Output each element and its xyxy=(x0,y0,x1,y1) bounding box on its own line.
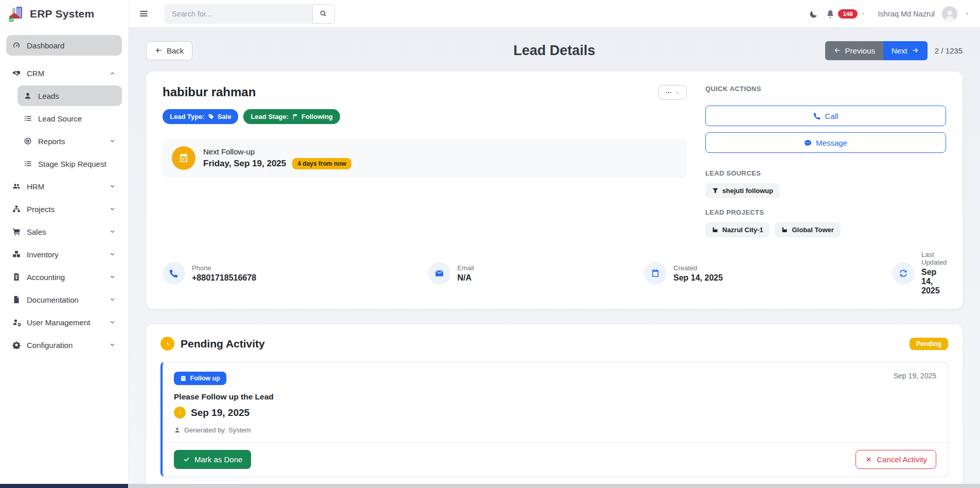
sidebar-item-label: HRM xyxy=(27,182,44,191)
lead-overview-card: habibur rahman Lead Type: Sale xyxy=(146,72,963,309)
invoice-dollar-icon xyxy=(12,273,21,281)
sidebar-item-crm[interactable]: CRM xyxy=(6,63,122,83)
sidebar-footer-bar xyxy=(0,484,128,488)
cancel-activity-button[interactable]: Cancel Activity xyxy=(856,450,936,469)
call-button[interactable]: Call xyxy=(705,106,946,126)
search-button[interactable] xyxy=(312,4,335,24)
caret-down-icon xyxy=(861,11,866,16)
user-icon xyxy=(24,92,32,100)
notifications-dropdown[interactable]: 148 xyxy=(826,9,865,19)
sidebar-item-dashboard[interactable]: Dashboard xyxy=(6,35,122,56)
sidebar-item-inventory[interactable]: Inventory xyxy=(6,244,122,265)
phone-icon xyxy=(813,112,821,120)
back-button[interactable]: Back xyxy=(146,41,192,60)
sidebar-crm-submenu: Leads Lead Source Reports Stage Skip Req… xyxy=(5,85,123,174)
info-created: Created Sep 14, 2025 xyxy=(644,251,892,295)
avatar[interactable] xyxy=(942,6,957,22)
sidebar-item-label: Reports xyxy=(38,137,65,146)
users-icon xyxy=(12,182,21,190)
previous-label: Previous xyxy=(845,46,875,55)
lead-stage-badge: Lead Stage: Following xyxy=(243,109,340,124)
cancel-activity-label: Cancel Activity xyxy=(877,455,927,464)
gear-icon xyxy=(12,341,21,349)
ellipsis-icon xyxy=(665,89,672,96)
next-button[interactable]: Next xyxy=(883,41,928,60)
sidebar-item-reports[interactable]: Reports xyxy=(17,131,122,151)
sidebar-item-label: Documentation xyxy=(27,295,79,304)
message-label: Message xyxy=(816,138,847,147)
sidebar-item-label: CRM xyxy=(27,69,44,78)
activity-generated-by: Generated by: System xyxy=(184,426,251,434)
menu-toggle-button[interactable] xyxy=(139,9,149,19)
tag-icon xyxy=(208,113,215,120)
search-group xyxy=(164,4,335,24)
cart-icon xyxy=(12,228,21,236)
sidebar-item-leads[interactable]: Leads xyxy=(17,85,122,106)
message-button[interactable]: Message xyxy=(705,132,946,153)
followup-label: Next Follow-up xyxy=(203,147,351,156)
quick-actions-title: QUICK ACTIONS xyxy=(705,85,946,93)
sync-icon xyxy=(892,262,915,285)
lead-source-pill: shejuti followup xyxy=(705,183,780,198)
sidebar-item-configuration[interactable]: Configuration xyxy=(6,335,122,355)
lead-badges: Lead Type: Sale Lead Stage: Following xyxy=(163,109,687,124)
lead-project-label: Nazrul City-1 xyxy=(722,226,763,234)
sidebar-item-hrm[interactable]: HRM xyxy=(6,176,122,197)
calendar-check-icon xyxy=(172,146,195,170)
sidebar-item-projects[interactable]: Projects xyxy=(6,199,122,219)
sidebar-item-accounting[interactable]: Accounting xyxy=(6,267,122,287)
lead-type-value: Sale xyxy=(218,113,231,120)
brand-logo-icon xyxy=(7,5,25,23)
lead-projects-list: Nazrul City-1 Global Tower xyxy=(705,222,946,237)
person-icon xyxy=(943,8,956,22)
pending-activity-card: Pending Activity Pending Follow up Sep 1… xyxy=(146,324,963,488)
sidebar-item-sales[interactable]: Sales xyxy=(6,221,122,242)
mark-as-done-button[interactable]: Mark as Done xyxy=(174,450,251,469)
lead-projects-title: LEAD PROJECTS xyxy=(705,208,946,216)
chevron-up-icon xyxy=(109,70,116,77)
sidebar-item-documentation[interactable]: Documentation xyxy=(6,289,122,310)
info-label: Last Updated xyxy=(921,251,947,266)
chevron-down-icon xyxy=(109,319,116,326)
info-phone: Phone +8801718516678 xyxy=(163,251,428,295)
horizontal-scrollbar[interactable] xyxy=(129,484,980,488)
followup-date: Friday, Sep 19, 2025 xyxy=(203,159,286,169)
sidebar-item-label: User Management xyxy=(27,318,90,327)
topbar-right: 148 Ishraq Md Nazrul xyxy=(809,6,970,22)
lead-summary: habibur rahman Lead Type: Sale xyxy=(163,85,687,237)
activity-item: Follow up Sep 19, 2025 Please Follow up … xyxy=(161,362,948,477)
more-actions-button[interactable] xyxy=(658,85,687,100)
info-email: Email N/A xyxy=(428,251,644,295)
lead-stage-label: Lead Stage: xyxy=(251,113,289,120)
next-label: Next xyxy=(892,46,907,55)
pager-position: 2 / 1235 xyxy=(935,46,963,55)
app-window: ERP System Dashboard CRM Leads Lead xyxy=(0,0,980,488)
sidebar-item-stage-skip-request[interactable]: Stage Skip Request xyxy=(17,153,122,174)
sidebar-item-label: Lead Source xyxy=(38,114,82,123)
info-label: Created xyxy=(673,264,723,272)
filter-icon xyxy=(712,187,719,194)
arrow-left-icon xyxy=(155,47,163,55)
hamburger-icon xyxy=(139,9,149,19)
clock-icon xyxy=(161,337,174,351)
lead-stage-value: Following xyxy=(301,113,333,120)
followup-relative-badge: 4 days from now xyxy=(292,158,351,169)
sidebar-item-lead-source[interactable]: Lead Source xyxy=(17,108,122,129)
sidebar: ERP System Dashboard CRM Leads Lead xyxy=(0,0,129,488)
user-name: Ishraq Md Nazrul xyxy=(878,10,935,18)
dark-mode-toggle[interactable] xyxy=(809,9,818,19)
check-icon xyxy=(183,456,190,463)
sidebar-item-user-management[interactable]: User Management xyxy=(6,312,122,333)
notification-count-badge: 148 xyxy=(838,9,857,19)
sidebar-item-label: Configuration xyxy=(27,341,73,350)
search-input[interactable] xyxy=(164,4,312,24)
x-icon xyxy=(865,456,872,463)
lead-type-badge: Lead Type: Sale xyxy=(163,109,238,124)
brand[interactable]: ERP System xyxy=(0,0,128,28)
bell-icon xyxy=(826,9,835,19)
handshake-icon xyxy=(12,69,21,77)
info-value: Sep 14, 2025 xyxy=(673,273,723,283)
sidebar-item-label: Projects xyxy=(27,205,55,214)
sidebar-item-label: Dashboard xyxy=(27,41,64,50)
previous-button[interactable]: Previous xyxy=(825,41,883,60)
